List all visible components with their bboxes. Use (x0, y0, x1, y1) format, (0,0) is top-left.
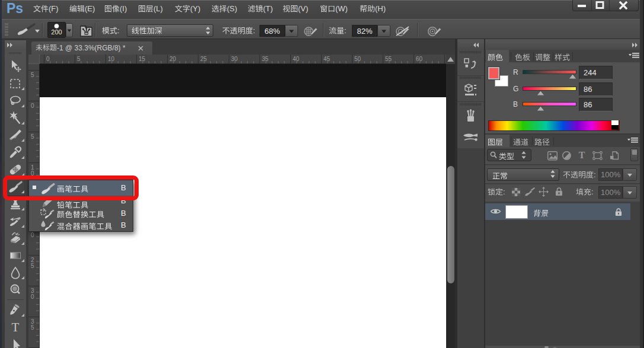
svg-text:5: 5 (31, 133, 34, 140)
svg-text:0: 0 (31, 293, 34, 300)
svg-text:0: 0 (31, 232, 34, 238)
svg-text:45: 45 (323, 56, 331, 62)
svg-text:5: 5 (31, 324, 34, 331)
svg-text:T: T (12, 320, 20, 334)
svg-text:50: 50 (354, 56, 361, 62)
svg-text:0: 0 (31, 103, 34, 109)
svg-text:0: 0 (46, 56, 50, 62)
svg-text:40: 40 (293, 56, 300, 62)
svg-text:5: 5 (31, 263, 34, 269)
svg-text:10: 10 (108, 56, 115, 62)
svg-text:20: 20 (169, 56, 177, 62)
svg-text:30: 30 (231, 56, 238, 62)
svg-text:35: 35 (262, 56, 269, 62)
svg-text:15: 15 (139, 56, 146, 62)
svg-text:5: 5 (77, 56, 81, 62)
svg-text:55: 55 (385, 56, 392, 62)
svg-text:5: 5 (31, 72, 34, 78)
svg-text:60: 60 (416, 56, 423, 62)
svg-text:25: 25 (200, 56, 207, 62)
